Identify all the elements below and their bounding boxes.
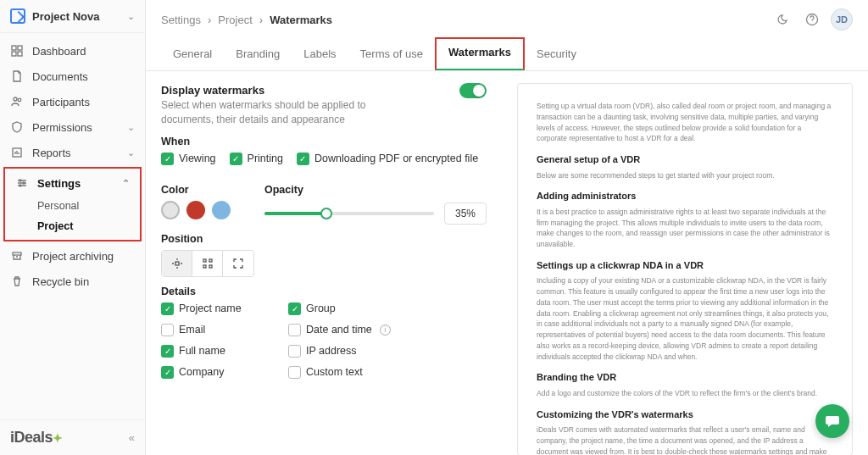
collapse-sidebar-icon[interactable]: « — [129, 431, 135, 444]
sidebar-item-permissions[interactable]: Permissions ⌄ — [0, 114, 145, 140]
color-swatch[interactable] — [161, 201, 180, 219]
theme-toggle-icon[interactable] — [773, 9, 793, 30]
chevron-up-icon: ⌃ — [122, 178, 130, 189]
sidebar: Project Nova ⌄ Dashboard Documents Parti… — [0, 0, 146, 455]
checkbox-icon: ✓ — [288, 302, 301, 315]
topbar: Settings › Project › Watermarks JD — [146, 0, 868, 39]
checkbox-icon: ✓ — [161, 302, 174, 315]
tab-security[interactable]: Security — [525, 39, 588, 70]
display-watermarks-title: Display watermarks — [161, 84, 264, 97]
when-checkbox[interactable]: ✓Downloading PDF or encrypted file — [297, 153, 478, 165]
tab-labels[interactable]: Labels — [292, 39, 348, 70]
trash-icon — [10, 275, 24, 288]
svg-point-7 — [19, 180, 21, 181]
breadcrumb-settings[interactable]: Settings — [161, 14, 201, 26]
detail-checkbox[interactable]: ✓Company — [161, 366, 271, 379]
watermark-settings-form: Display watermarks Select when watermark… — [146, 71, 502, 455]
sidebar-item-documents[interactable]: Documents — [0, 64, 145, 89]
sidebar-item-settings[interactable]: Settings ⌃ — [5, 170, 140, 196]
project-name: Project Nova — [32, 10, 120, 23]
svg-rect-15 — [203, 265, 206, 268]
chevron-right-icon: › — [259, 14, 263, 26]
sidebar-item-project-archiving[interactable]: Project archiving — [0, 243, 145, 269]
sidebar-sub-personal[interactable]: Personal — [5, 196, 140, 216]
checkbox-icon: ✓ — [297, 153, 309, 165]
position-selector — [161, 250, 254, 277]
svg-rect-3 — [18, 52, 22, 56]
when-label: When — [161, 136, 487, 147]
sidebar-nav: Dashboard Documents Participants Permiss… — [0, 33, 145, 419]
tab-terms-of-use[interactable]: Terms of use — [348, 39, 435, 70]
svg-point-8 — [23, 182, 25, 184]
svg-rect-10 — [13, 252, 21, 255]
chevron-down-icon: ⌄ — [127, 11, 135, 22]
checkbox-icon — [288, 345, 301, 358]
chevron-down-icon: ⌄ — [127, 147, 135, 158]
chat-support-button[interactable] — [815, 404, 849, 438]
svg-rect-14 — [209, 259, 212, 262]
opacity-value[interactable]: 35% — [444, 203, 487, 225]
svg-rect-0 — [12, 46, 16, 50]
chevron-down-icon: ⌄ — [127, 122, 135, 133]
checkbox-icon: ✓ — [230, 153, 242, 165]
position-center-button[interactable] — [162, 251, 192, 276]
svg-rect-12 — [175, 262, 179, 265]
user-avatar[interactable]: JD — [831, 8, 853, 31]
detail-checkbox[interactable]: IP address — [288, 345, 424, 358]
svg-point-4 — [14, 97, 17, 101]
breadcrumb-project[interactable]: Project — [218, 14, 252, 26]
project-logo-icon — [10, 8, 25, 24]
checkbox-icon — [288, 324, 301, 336]
checkbox-icon: ✓ — [161, 366, 174, 379]
when-checkbox[interactable]: ✓Printing — [230, 153, 283, 165]
documents-icon — [10, 69, 24, 83]
participants-icon — [10, 95, 24, 108]
position-tile-button[interactable] — [192, 251, 223, 276]
svg-rect-1 — [18, 46, 22, 50]
tab-general[interactable]: General — [161, 39, 224, 70]
checkbox-icon: ✓ — [161, 345, 174, 358]
main: Settings › Project › Watermarks JD Gener… — [146, 0, 868, 455]
settings-tabs: General Branding Labels Terms of use Wat… — [146, 39, 868, 71]
display-watermarks-desc: Select when watermarks should be applied… — [161, 98, 415, 127]
reports-icon — [10, 146, 24, 159]
when-checkbox[interactable]: ✓Viewing — [161, 153, 216, 165]
detail-checkbox[interactable]: ✓Full name — [161, 345, 271, 358]
permissions-icon — [10, 120, 24, 134]
sidebar-item-dashboard[interactable]: Dashboard — [0, 38, 145, 64]
project-switcher[interactable]: Project Nova ⌄ — [0, 0, 145, 33]
breadcrumb: Settings › Project › Watermarks — [161, 14, 332, 26]
brand-logo: iDeals✦ — [10, 429, 61, 447]
breadcrumb-watermarks: Watermarks — [270, 14, 332, 26]
info-icon[interactable]: i — [380, 325, 391, 336]
sidebar-item-recycle-bin[interactable]: Recycle bin — [0, 269, 145, 294]
svg-point-5 — [18, 98, 21, 102]
tab-branding[interactable]: Branding — [224, 39, 292, 70]
opacity-slider[interactable] — [264, 212, 434, 215]
document-preview: Setting up a virtual data room (VDR), al… — [517, 83, 853, 455]
detail-checkbox[interactable]: Date and timei — [288, 324, 424, 336]
detail-checkbox[interactable]: Email — [161, 324, 271, 336]
color-swatch[interactable] — [212, 201, 231, 219]
sidebar-sub-project[interactable]: Project — [5, 216, 140, 236]
display-watermarks-toggle[interactable] — [459, 83, 487, 98]
chevron-right-icon: › — [208, 14, 211, 26]
detail-checkbox[interactable]: Custom text — [288, 366, 424, 379]
svg-rect-13 — [203, 259, 206, 262]
position-expand-button[interactable] — [223, 251, 253, 276]
detail-checkbox[interactable]: ✓Group — [288, 302, 424, 315]
detail-checkbox[interactable]: ✓Project name — [161, 302, 271, 315]
tab-watermarks[interactable]: Watermarks — [435, 37, 525, 70]
details-label: Details — [161, 286, 487, 297]
position-label: Position — [161, 233, 487, 245]
sidebar-item-reports[interactable]: Reports ⌄ — [0, 140, 145, 165]
dashboard-icon — [10, 44, 24, 58]
color-swatch[interactable] — [186, 201, 205, 219]
sidebar-item-participants[interactable]: Participants — [0, 89, 145, 114]
svg-point-9 — [19, 185, 21, 186]
checkbox-icon — [288, 366, 301, 379]
sidebar-footer: iDeals✦ « — [0, 419, 145, 455]
checkbox-icon — [161, 324, 174, 336]
highlight-box-settings: Settings ⌃ Personal Project — [3, 167, 142, 241]
help-icon[interactable] — [802, 9, 822, 30]
